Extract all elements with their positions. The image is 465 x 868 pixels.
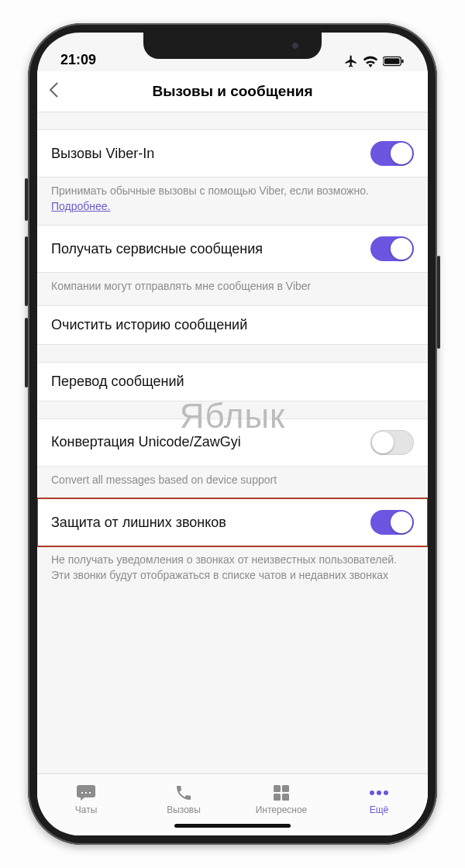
chat-icon xyxy=(76,784,96,802)
svg-rect-1 xyxy=(384,58,400,64)
wifi-icon xyxy=(363,56,378,67)
grid-icon xyxy=(272,784,291,802)
row-unicode-zawgyi[interactable]: Конвертация Unicode/ZawGyi xyxy=(37,418,428,467)
row-call-protection[interactable]: Защита от лишних звонков xyxy=(37,498,428,546)
status-time: 21:09 xyxy=(60,52,96,68)
row-service-messages[interactable]: Получать сервисные сообщения xyxy=(37,225,428,273)
tab-label: Вызовы xyxy=(167,804,201,815)
tab-label: Чаты xyxy=(75,804,98,815)
row-clear-history[interactable]: Очистить историю сообщений xyxy=(37,305,428,345)
navbar: Вызовы и сообщения xyxy=(37,71,428,112)
row-translate[interactable]: Перевод сообщений xyxy=(37,362,428,401)
screen: 21:09 Вызовы и сообщения xyxy=(37,33,428,835)
phone-frame: 21:09 Вызовы и сообщения xyxy=(28,23,437,845)
svg-rect-3 xyxy=(274,785,281,792)
svg-rect-2 xyxy=(401,60,403,64)
svg-rect-6 xyxy=(282,794,289,801)
svg-point-7 xyxy=(370,790,374,795)
row-label: Получать сервисные сообщения xyxy=(51,241,263,257)
desc-call-protection: Не получать уведомления о звонках от неи… xyxy=(37,546,428,584)
tab-label: Ещё xyxy=(370,804,389,815)
desc-service-messages: Компании могут отправлять мне сообщения … xyxy=(37,273,428,296)
tab-label: Интересное xyxy=(256,804,308,815)
notch xyxy=(143,33,322,59)
phone-icon xyxy=(174,784,193,802)
svg-rect-4 xyxy=(282,785,289,792)
battery-icon xyxy=(383,56,405,67)
row-label: Защита от лишних звонков xyxy=(51,515,226,531)
toggle-viber-in[interactable] xyxy=(370,141,414,166)
toggle-call-protection[interactable] xyxy=(370,510,414,535)
home-indicator[interactable] xyxy=(174,824,291,828)
row-label: Конвертация Unicode/ZawGyi xyxy=(51,434,241,450)
tab-calls[interactable]: Вызовы xyxy=(135,774,232,825)
row-label: Вызовы Viber-In xyxy=(51,146,154,162)
airplane-icon xyxy=(344,54,358,68)
tab-chats[interactable]: Чаты xyxy=(37,774,135,825)
toggle-unicode-zawgyi[interactable] xyxy=(370,430,414,455)
tab-explore[interactable]: Интересное xyxy=(232,774,330,825)
desc-unicode: Convert all messages based on device sup… xyxy=(37,467,428,490)
svg-rect-5 xyxy=(274,794,281,801)
svg-point-8 xyxy=(377,790,381,795)
row-label: Очистить историю сообщений xyxy=(51,317,247,333)
toggle-service-messages[interactable] xyxy=(370,236,414,261)
link-more[interactable]: Подробнее. xyxy=(51,200,111,212)
row-label: Перевод сообщений xyxy=(51,374,184,390)
more-icon xyxy=(369,784,389,802)
desc-viber-in: Принимать обычные вызовы с помощью Viber… xyxy=(37,177,428,215)
svg-point-9 xyxy=(384,790,388,795)
settings-list: Вызовы Viber-In Принимать обычные вызовы… xyxy=(37,112,428,773)
row-viber-in[interactable]: Вызовы Viber-In xyxy=(37,129,428,177)
page-title: Вызовы и сообщения xyxy=(48,83,417,100)
tab-more[interactable]: Ещё xyxy=(330,774,428,825)
